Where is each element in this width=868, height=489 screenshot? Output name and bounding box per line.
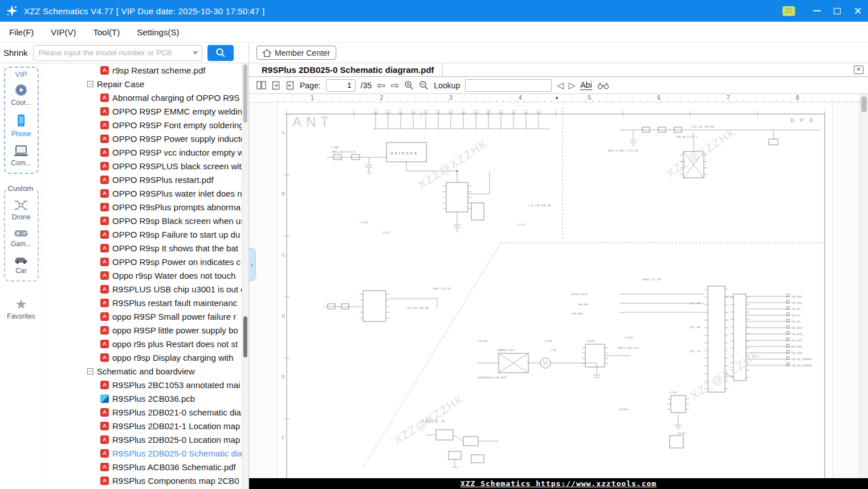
tree-item[interactable]: AOPPO R9sp It shows that the bat bbox=[43, 241, 242, 255]
search-icon bbox=[215, 47, 226, 59]
sidebar-item-drone[interactable]: Drone bbox=[12, 199, 31, 221]
document-tab[interactable]: R9SPlus 2DB025-0 Schematic diagram.pdf bbox=[249, 63, 443, 76]
sidebar-item-car[interactable]: Car bbox=[13, 255, 29, 275]
shrink-button[interactable]: Shrink bbox=[3, 48, 28, 58]
watermark-text: XZZ@XZZHK bbox=[688, 348, 763, 402]
menu-settings[interactable]: Settings(S) bbox=[137, 27, 179, 37]
tree-scrollbar[interactable] bbox=[242, 63, 248, 489]
fit-width-icon[interactable] bbox=[286, 81, 295, 90]
lookup-input[interactable] bbox=[465, 79, 552, 92]
tree-scrollbar-thumb[interactable] bbox=[243, 64, 247, 123]
tree-item[interactable]: AR9SPlus ACB036 Schematic.pdf bbox=[43, 460, 242, 474]
pdf-file-icon: A bbox=[100, 476, 109, 485]
close-document-icon[interactable]: ✕ bbox=[854, 66, 863, 74]
pdf-file-icon: A bbox=[100, 93, 109, 102]
sidebar-item-phone[interactable]: Phone bbox=[11, 113, 31, 138]
tree-item[interactable]: AR9SPlus 2BC1053 annotated mai bbox=[43, 378, 242, 392]
tree-item[interactable]: AR9SPlus 2DB025-0 Schematic dia bbox=[43, 446, 242, 460]
chevron-down-icon[interactable] bbox=[193, 51, 198, 55]
member-center-button[interactable]: Member Center bbox=[256, 46, 336, 60]
calculator-icon[interactable] bbox=[783, 6, 795, 16]
tree-item[interactable]: Aoppo r9sp Display charging with bbox=[43, 351, 242, 364]
tree-item-label: R9SPlus 2CB036.pcb bbox=[112, 394, 195, 404]
search-button[interactable] bbox=[207, 45, 234, 61]
previous-page-icon[interactable]: ⇦ bbox=[377, 80, 385, 91]
ruler-number: 5 bbox=[588, 95, 592, 101]
tree-item[interactable]: Aoppo R9SP Small power failure r bbox=[43, 309, 242, 323]
binoculars-icon[interactable] bbox=[597, 81, 609, 89]
match-case-toggle[interactable]: Abi bbox=[580, 81, 592, 90]
file-tree-panel: Ar9sp Restart scheme.pdfRepair CaseAAbno… bbox=[43, 63, 249, 489]
ruler-number: 4 bbox=[519, 95, 522, 101]
tree-item-label: R9SPLUS USB chip u3001 is out o bbox=[112, 284, 242, 294]
zoom-in-icon[interactable] bbox=[404, 80, 414, 90]
tree-item[interactable]: AR9SPLUS USB chip u3001 is out o bbox=[43, 282, 242, 296]
schematic-ref-label: MRF1_RF2115S_4T bbox=[332, 150, 356, 154]
tree-item[interactable]: AOPPO R9SPlus water inlet does n bbox=[43, 186, 242, 200]
page-number-input[interactable] bbox=[326, 79, 356, 92]
pdf-file-icon: A bbox=[100, 326, 109, 335]
sidebar-item-computer[interactable]: Com... bbox=[11, 145, 31, 167]
schematic-ref-label: 1 9V bbox=[550, 349, 556, 352]
schematic-ref-label: WMB030-2611 bbox=[498, 349, 515, 352]
tree-item[interactable]: AR9SPlus Components map 2CB0 bbox=[43, 474, 242, 487]
viewer-scrollbar[interactable] bbox=[859, 94, 868, 478]
collapse-box-icon[interactable] bbox=[87, 368, 93, 374]
tree-item[interactable]: AOPPO R9SPlus restart.pdf bbox=[43, 173, 242, 186]
minimize-button[interactable] bbox=[806, 0, 827, 22]
schematic-ref-label: U1102 bbox=[587, 340, 595, 343]
tree-item[interactable]: AOPPO R9sp Failure to start up du bbox=[43, 227, 242, 241]
collapse-box-icon[interactable] bbox=[87, 81, 93, 87]
tree-item[interactable]: AOppo r9sp Water does not touch bbox=[43, 268, 242, 282]
tree-item[interactable]: R9SPlus 2CB036.pcb bbox=[43, 392, 242, 405]
menu-vip[interactable]: VIP(V) bbox=[51, 27, 76, 37]
pdf-viewer: ▼ 12345678 ANT D P D Antenna bbox=[249, 94, 868, 478]
sidebar-item-favorites[interactable]: ★ Favorites bbox=[7, 298, 35, 320]
tree-item[interactable]: Aoppo R9SP little power supply bo bbox=[43, 323, 242, 337]
tree-scrollbar-handle[interactable] bbox=[243, 316, 247, 357]
tree-item-label: oppo r9s plus Restart does not st bbox=[112, 339, 238, 349]
viewer-scrollbar-thumb[interactable] bbox=[861, 96, 867, 112]
tree-item[interactable]: AOPPO R9sp Black screen when us bbox=[43, 214, 242, 227]
tree-item[interactable]: Ar9sp Restart scheme.pdf bbox=[43, 63, 242, 77]
tree-item[interactable]: AOPPO R9SP EMMC empty weldin bbox=[43, 104, 242, 118]
two-page-view-icon[interactable] bbox=[256, 81, 266, 89]
previous-match-icon[interactable]: ◁ bbox=[557, 81, 564, 89]
next-match-icon[interactable]: ▷ bbox=[569, 81, 576, 89]
zoom-out-icon[interactable] bbox=[419, 80, 429, 90]
tree-item[interactable]: AOPPO R9SP Font empty soldering bbox=[43, 118, 242, 132]
tree-item[interactable]: AOPPO R9sp Power on indicates c bbox=[43, 255, 242, 268]
close-button[interactable]: ✕ bbox=[847, 0, 868, 22]
tree-item[interactable]: AR9SPlus 2DB021-1 Location map bbox=[43, 419, 242, 433]
tree-item[interactable]: AOPPO R9SP vcc inductor empty w bbox=[43, 145, 242, 159]
close-icon: ✕ bbox=[854, 6, 862, 16]
panel-collapse-handle[interactable]: ‹ bbox=[248, 248, 256, 281]
maximize-button[interactable] bbox=[827, 0, 847, 22]
schematic-ref-label: MPCS_4_OP07_C752_PA bbox=[608, 149, 638, 153]
next-page-icon[interactable]: ⇨ bbox=[390, 80, 399, 91]
tree-item-label: R9SPlus Components map 2CB0 bbox=[112, 476, 239, 486]
tree-item[interactable]: AOPPO R9sPlus prompts abnorma bbox=[43, 200, 242, 214]
zone-letter: E bbox=[282, 374, 285, 380]
tree-item[interactable]: AR9SPlus restart fault maintenanc bbox=[43, 296, 242, 309]
tree-item[interactable]: AAbnormal charging of OPPO R9S bbox=[43, 91, 242, 104]
minimize-icon bbox=[813, 10, 821, 11]
tree-item[interactable]: AOPPO R9SP Power supply inducto bbox=[43, 132, 242, 145]
tree-item-label: Oppo r9sp Water does not touch bbox=[112, 271, 235, 280]
tree-item-label: oppo r9sp Display charging with bbox=[112, 353, 234, 362]
sidebar-item-label: Gam... bbox=[11, 240, 31, 248]
tree-item[interactable]: Schematic and boardview bbox=[43, 364, 242, 378]
tree-item-label: R9SPlus 2DB025-0 Schematic dia bbox=[112, 449, 242, 458]
schematic-ref-label: L18_L10_2PB_ON bbox=[406, 307, 429, 310]
sidebar-item-course[interactable]: Cour... bbox=[11, 83, 31, 107]
tree-item[interactable]: Repair Case bbox=[43, 77, 242, 91]
tree-item[interactable]: Aoppo r9s plus Restart does not st bbox=[43, 337, 242, 351]
menu-tool[interactable]: Tool(T) bbox=[93, 27, 120, 37]
fit-page-icon[interactable] bbox=[271, 81, 280, 90]
sidebar-item-game[interactable]: Gam... bbox=[11, 228, 31, 248]
tree-item[interactable]: AOPPO R9SPLUS black screen with bbox=[43, 159, 242, 173]
search-input[interactable] bbox=[33, 45, 202, 61]
tree-item[interactable]: AR9SPlus 2DB025-0 Location map bbox=[43, 433, 242, 446]
menu-file[interactable]: File(F) bbox=[9, 27, 34, 37]
tree-item[interactable]: AR9SPlus 2DB021-0 schematic dia bbox=[43, 405, 242, 419]
